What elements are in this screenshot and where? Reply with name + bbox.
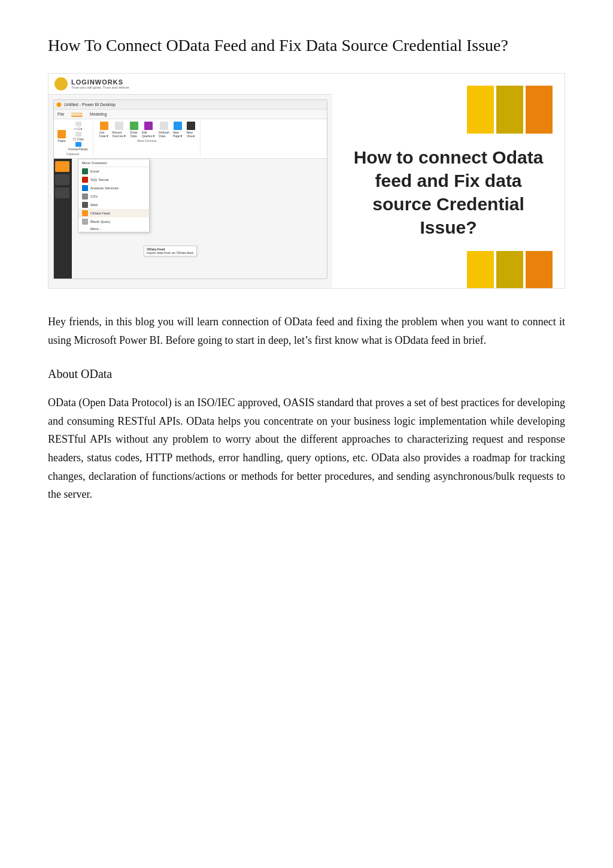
color-block-gold-top	[496, 86, 523, 134]
csv-icon	[82, 193, 88, 199]
analysis-icon	[82, 185, 88, 191]
logo-circle-icon	[54, 77, 68, 90]
color-block-orange-bottom	[526, 251, 553, 289]
pbi-tab-file[interactable]: File	[57, 112, 64, 116]
ribbon-btn-cut[interactable]: ✂ Cut	[68, 122, 88, 131]
dropdown-item-sql-label: SQL Server	[90, 178, 109, 182]
dropdown-item-excel-label: Excel	[90, 170, 99, 173]
odata-tooltip-desc: Import data from an OData feed.	[147, 251, 194, 255]
pbi-tab-home[interactable]: Home	[71, 111, 83, 117]
dropdown-item-more-label: More...	[82, 227, 102, 231]
ribbon-btn-new-visual[interactable]: NewVisual	[187, 122, 195, 138]
pbi-main-area: Most Common Excel SQL Server Analysis Se…	[72, 159, 327, 279]
sidebar-icon-report[interactable]	[55, 161, 69, 172]
hero-text-overlay: How to connect Odata feed and Fix data s…	[332, 134, 565, 251]
dropdown-item-blank[interactable]: Blank Query	[78, 217, 149, 226]
pbi-content: Most Common Excel SQL Server Analysis Se…	[54, 159, 327, 279]
dropdown-section-label: Most Common	[78, 159, 149, 167]
logo-bar: LOGINWORKS Trust you will grow, Trust an…	[48, 74, 332, 95]
logo-main-text: LOGINWORKS	[71, 78, 129, 86]
hero-heading: How to connect Odata feed and Fix data s…	[344, 146, 553, 239]
logo-text: LOGINWORKS Trust you will grow, Trust an…	[71, 78, 129, 89]
pbi-tabs[interactable]: File Home Modeling	[54, 110, 327, 119]
page-title: How To Connect OData Feed and Fix Data S…	[48, 36, 565, 55]
ribbon-group-most-common: GetData▼ RecentSources▼ EnterData E	[99, 122, 200, 156]
about-paragraph: OData (Open Data Protocol) is an ISO/IEC…	[48, 394, 565, 504]
pbi-title-text: Untitled - Power BI Desktop	[64, 102, 116, 107]
ribbon-btn-refresh[interactable]: RefreshData	[159, 122, 169, 138]
excel-icon	[82, 168, 88, 174]
hero-left: LOGINWORKS Trust you will grow, Trust an…	[48, 74, 332, 288]
ribbon-btn-paste[interactable]: Paste	[57, 130, 66, 143]
pbi-sidebar	[54, 159, 72, 279]
dropdown-item-web[interactable]: Web	[78, 201, 149, 209]
intro-paragraph: Hey friends, in this blog you will learn…	[48, 313, 565, 349]
dropdown-item-csv[interactable]: CSV	[78, 192, 149, 201]
hero-right: How to connect Odata feed and Fix data s…	[332, 74, 565, 288]
color-blocks-bottom	[332, 251, 565, 289]
ribbon-btn-edit[interactable]: EditQueries▼	[142, 122, 155, 138]
dropdown-item-excel[interactable]: Excel	[78, 167, 149, 176]
dropdown-item-web-label: Web	[90, 203, 98, 207]
dropdown-item-csv-label: CSV	[90, 195, 98, 198]
get-data-dropdown[interactable]: Most Common Excel SQL Server Analysis Se…	[78, 159, 150, 232]
ribbon-btn-format-painter[interactable]: Format Painter	[68, 142, 88, 151]
color-block-orange-top	[526, 86, 553, 134]
color-block-yellow-bottom	[467, 251, 494, 289]
sql-icon	[82, 177, 88, 183]
ribbon-btn-recent[interactable]: RecentSources▼	[113, 122, 126, 138]
about-heading: About OData	[48, 364, 565, 384]
dropdown-item-blank-label: Blank Query	[90, 220, 110, 223]
ribbon-btn-get-data[interactable]: GetData▼	[99, 122, 109, 138]
dropdown-item-odata-label: OData Feed	[90, 211, 110, 215]
color-block-gold-bottom	[496, 251, 523, 289]
dropdown-item-odata[interactable]: OData Feed	[78, 209, 149, 217]
logo-sub-text: Trust you will grow, Trust and deliver	[71, 86, 129, 89]
article-body: Hey friends, in this blog you will learn…	[48, 313, 565, 504]
dropdown-item-sql[interactable]: SQL Server	[78, 176, 149, 184]
dropdown-item-more[interactable]: More...	[78, 226, 149, 232]
pbi-tab-modeling[interactable]: Modeling	[90, 112, 107, 116]
pbi-ribbon: Paste ✂ Cut 📋 Copy	[54, 119, 327, 159]
ribbon-btn-new-page[interactable]: NewPage▼	[173, 122, 183, 138]
pbi-window: 🟠 Untitled - Power BI Desktop File Home …	[53, 99, 327, 279]
dropdown-item-analysis[interactable]: Analysis Services	[78, 184, 149, 192]
color-blocks-top	[332, 74, 565, 134]
sidebar-icon-model[interactable]	[55, 187, 69, 198]
web-icon	[82, 202, 88, 208]
color-block-yellow-top	[467, 86, 494, 134]
pbi-titlebar: 🟠 Untitled - Power BI Desktop	[54, 100, 327, 110]
odata-tooltip: OData Feed Import data from an OData fee…	[144, 246, 197, 256]
ribbon-btn-copy[interactable]: 📋 Copy	[68, 132, 88, 141]
ribbon-group-clipboard: Paste ✂ Cut 📋 Copy	[57, 122, 93, 156]
odata-icon	[82, 210, 88, 216]
blank-icon	[82, 219, 88, 225]
hero-container: LOGINWORKS Trust you will grow, Trust an…	[48, 73, 565, 289]
ribbon-btn-enter-data[interactable]: EnterData	[130, 122, 138, 138]
dropdown-item-analysis-label: Analysis Services	[90, 186, 119, 190]
sidebar-icon-data[interactable]	[55, 174, 69, 185]
